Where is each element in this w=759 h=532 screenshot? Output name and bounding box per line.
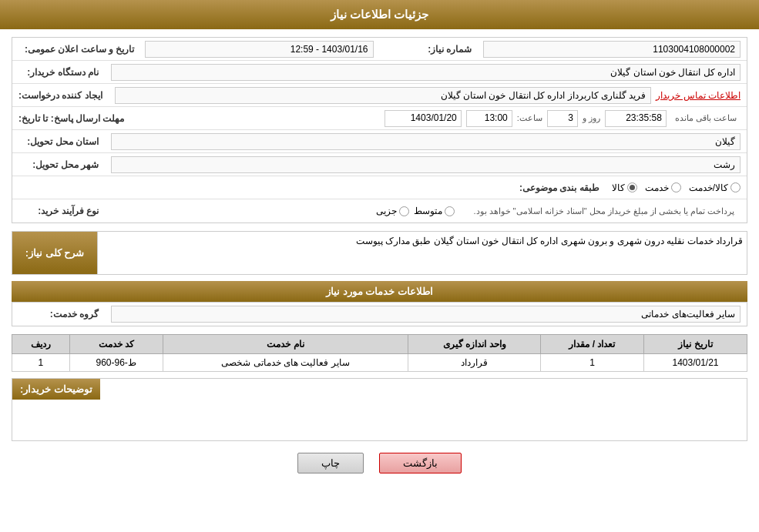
radio-kala-khadamat-label: کالا/خدمت: [689, 182, 728, 193]
row-shahr: رشت شهر محل تحویل:: [12, 153, 747, 176]
page-title: جزئیات اطلاعات نیاز: [0, 0, 759, 29]
tarikh-group: 1403/01/16 - 12:59 تاریخ و ساعت اعلان عم…: [12, 38, 380, 60]
remaining-label: ساعت باقی مانده: [671, 113, 741, 123]
radio-kala-circle: [627, 182, 637, 192]
services-section: سایر فعالیت‌های خدماتی گروه خدمت:: [12, 302, 747, 326]
time-label: ساعت:: [517, 113, 542, 123]
nam-value: اداره کل انتقال خون استان گیلان: [111, 64, 741, 81]
tabaqe-label: طبقه بندی موضوعی:: [513, 179, 606, 196]
ijad-label: ایجاد کننده درخواست:: [12, 87, 109, 104]
button-row: بازگشت چاپ: [12, 453, 747, 473]
grooh-label: گروه خدمت:: [12, 306, 105, 323]
days-value: 3: [547, 110, 578, 127]
sharh-label: شرح کلی نیاز:: [12, 232, 97, 274]
ostan-label: استان محل تحویل:: [12, 133, 105, 150]
grooh-group: سایر فعالیت‌های خدماتی: [105, 303, 747, 325]
mohlat-group: ساعت باقی مانده 23:35:58 روز و 3 ساعت: 1…: [130, 108, 747, 129]
ijad-group: اطلاعات تماس خریدار فرید گلناری کاربرداز…: [109, 85, 747, 106]
radio-kala[interactable]: کالا: [612, 182, 637, 193]
radio-motovaset-circle: [445, 206, 455, 216]
radio-khadamat[interactable]: خدمت: [645, 182, 681, 193]
radio-jazei-label: جزیی: [376, 206, 397, 216]
buyer-desc-textarea[interactable]: [100, 379, 747, 440]
cell-tarikh: 1403/01/21: [643, 354, 747, 372]
ostan-value: گیلان: [111, 133, 741, 150]
row-nooe: پرداخت تمام یا بخشی از مبلغ خریداز محل "…: [12, 199, 747, 223]
nooe-group: پرداخت تمام یا بخشی از مبلغ خریداز محل "…: [105, 202, 747, 221]
date-value: 1403/01/20: [385, 110, 462, 127]
radio-kala-khadamat-circle: [730, 182, 741, 192]
col-tarikh: تاریخ نیاز: [643, 335, 747, 354]
buyer-desc-section: توضیحات خریدار:: [12, 378, 747, 441]
nooe-note: پرداخت تمام یا بخشی از مبلغ خریداز محل "…: [467, 204, 741, 219]
top-info-section: 1103004108000002 شماره نیاز: 1403/01/16 …: [12, 37, 747, 223]
shomara-group: 1103004108000002 شماره نیاز:: [380, 38, 747, 60]
cell-count: 1: [541, 354, 644, 372]
radio-jazei-circle: [399, 206, 409, 216]
ijad-value: فرید گلناری کاربرداز اداره کل انتقال خون…: [115, 87, 652, 104]
nam-label: نام دستگاه خریدار:: [12, 64, 105, 81]
time-value: 13:00: [466, 110, 512, 127]
radio-motovaset[interactable]: متوسط: [414, 206, 455, 216]
content-area: 1103004108000002 شماره نیاز: 1403/01/16 …: [0, 29, 759, 493]
page-wrapper: جزئیات اطلاعات نیاز 1103004108000002 شما…: [0, 0, 759, 532]
services-header: اطلاعات خدمات مورد نیاز: [12, 281, 747, 302]
back-button[interactable]: بازگشت: [379, 453, 462, 473]
col-unit: واحد اندازه گیری: [408, 335, 541, 354]
grooh-value: سایر فعالیت‌های خدماتی: [111, 306, 741, 323]
shomara-value: 1103004108000002: [483, 41, 741, 58]
sharh-section: شرح کلی نیاز:: [12, 231, 747, 275]
cell-code: ط-96-960: [69, 354, 163, 372]
row-mohlat: ساعت باقی مانده 23:35:58 روز و 3 ساعت: 1…: [12, 107, 747, 130]
table-row: 1403/01/21 1 قرارداد سایر فعالیت های خدم…: [12, 354, 747, 372]
nam-group: اداره کل انتقال خون استان گیلان: [105, 62, 747, 83]
col-radif: ردیف: [12, 335, 70, 354]
row-nam: اداره کل انتقال خون استان گیلان نام دستگ…: [12, 61, 747, 84]
col-code: کد خدمت: [69, 335, 163, 354]
shahr-group: رشت: [105, 154, 747, 176]
radio-khadamat-circle: [671, 182, 681, 192]
mohlat-label: مهلت ارسال پاسخ: تا تاریخ:: [12, 110, 130, 127]
radio-kala-label: کالا: [612, 182, 625, 193]
tarikh-label: تاریخ و ساعت اعلان عمومی:: [18, 41, 140, 58]
tabaqe-radio-group: کالا/خدمت خدمت کالا: [606, 179, 747, 196]
buyer-desc-label: توضیحات خریدار:: [12, 379, 100, 400]
radio-kala-khadamat[interactable]: کالا/خدمت: [689, 182, 741, 193]
row-shomara: 1103004108000002 شماره نیاز: 1403/01/16 …: [12, 38, 747, 61]
shomara-label: شماره نیاز:: [386, 41, 479, 58]
radio-khadamat-label: خدمت: [645, 182, 669, 193]
tarikh-value: 1403/01/16 - 12:59: [145, 41, 373, 58]
sharh-textarea[interactable]: [97, 232, 747, 274]
row-tabaqe: کالا/خدمت خدمت کالا طبقه بندی موضوعی:: [12, 176, 747, 199]
print-button[interactable]: چاپ: [297, 453, 364, 473]
radio-jazei[interactable]: جزیی: [376, 206, 409, 216]
row-grooh: سایر فعالیت‌های خدماتی گروه خدمت:: [12, 303, 747, 326]
col-count: تعداد / مقدار: [541, 335, 644, 354]
ostan-group: گیلان: [105, 131, 747, 152]
radio-motovaset-label: متوسط: [414, 206, 442, 216]
col-name: نام خدمت: [163, 335, 408, 354]
services-table-section: تاریخ نیاز تعداد / مقدار واحد اندازه گیر…: [12, 334, 747, 372]
cell-unit: قرارداد: [408, 354, 541, 372]
contact-link[interactable]: اطلاعات تماس خریدار: [656, 90, 741, 101]
days-label: روز و: [583, 113, 600, 123]
shahr-label: شهر محل تحویل:: [12, 156, 105, 173]
row-ostan: گیلان استان محل تحویل:: [12, 130, 747, 153]
cell-name: سایر فعالیت های خدماتی شخصی: [163, 354, 408, 372]
services-table: تاریخ نیاز تعداد / مقدار واحد اندازه گیر…: [12, 334, 747, 372]
row-ijad: اطلاعات تماس خریدار فرید گلناری کاربرداز…: [12, 84, 747, 107]
shahr-value: رشت: [111, 156, 741, 173]
remaining-value: 23:35:58: [605, 110, 667, 127]
cell-radif: 1: [12, 354, 70, 372]
nooe-label: نوع فرآیند خرید:: [12, 202, 105, 219]
